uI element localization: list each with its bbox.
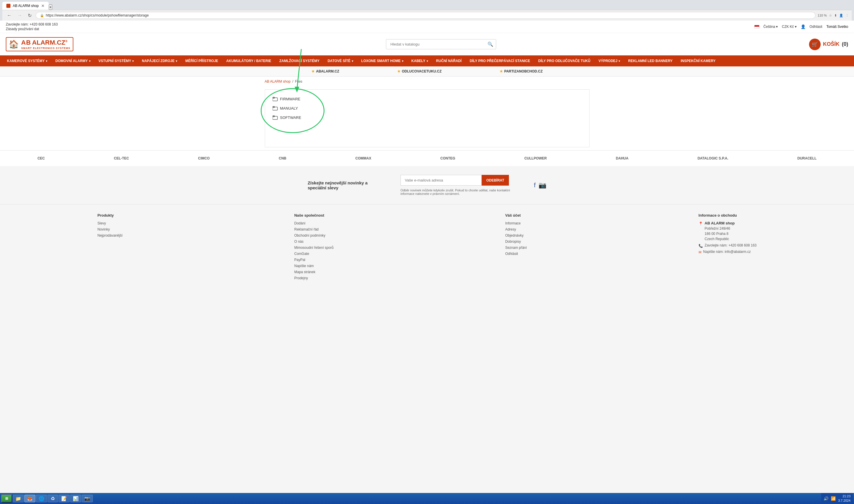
footer-col-váš-účet: Váš účetInformaceAdresyObjednávkyDobropi… bbox=[505, 213, 527, 282]
search-button[interactable]: 🔍 bbox=[485, 39, 496, 49]
nav-item-výprodej[interactable]: VÝPRODEJ▾ bbox=[595, 55, 624, 67]
menu-icon[interactable]: ⋮ bbox=[846, 14, 849, 17]
language-selector[interactable]: Čeština ▾ bbox=[764, 25, 778, 29]
logo-box: 🏠 AB ALARM.CZ® SMART ELECTRONICS SYSTEMS bbox=[6, 37, 73, 51]
footer-link-odhlásit[interactable]: Odhlásit bbox=[505, 252, 518, 256]
footer-link-nejprodávanější[interactable]: Nejprodávanější bbox=[97, 233, 123, 237]
breadcrumb: AB ALARM shop / Files bbox=[265, 79, 589, 84]
brand-cimco[interactable]: CIMCO bbox=[198, 156, 210, 160]
svg-marker-1 bbox=[295, 87, 299, 92]
nav-item-zamlžovací-systémy[interactable]: ZAMLŽOVACÍ SYSTÉMY bbox=[275, 55, 323, 67]
nav-item-díly-pro-odlučovače-tuků[interactable]: DÍLY PRO ODLUČOVAČE TUKŮ bbox=[534, 55, 595, 67]
footer-link-objednávky[interactable]: Objednávky bbox=[505, 233, 523, 237]
zoom-level: 110 % bbox=[818, 14, 827, 17]
footer-link-novinky[interactable]: Novinky bbox=[97, 227, 110, 231]
forward-button[interactable]: → bbox=[16, 12, 24, 19]
brand-cnb[interactable]: CNB bbox=[279, 156, 286, 160]
bookmark-icon[interactable]: ☆ bbox=[829, 14, 832, 17]
footer-info-title: Informace o obchodu bbox=[698, 213, 757, 217]
cart-area[interactable]: 🛒 KOŠÍK (0) bbox=[809, 39, 848, 50]
footer-link-reklamační-řád[interactable]: Reklamační řád bbox=[294, 227, 319, 231]
policy-label: Zásady používání dat bbox=[6, 27, 58, 31]
nav-item-domovní-alarmy[interactable]: DOMOVNÍ ALARMY▾ bbox=[51, 55, 94, 67]
browser-tab[interactable]: AB ALARM shop ✕ bbox=[2, 2, 49, 10]
brand-commax[interactable]: COMMAX bbox=[356, 156, 371, 160]
footer-links: ProduktySlevyNovinkyNejprodávanějšíNaše … bbox=[0, 204, 854, 291]
star-icon: ★ bbox=[397, 69, 400, 73]
file-item-manualy[interactable]: MANUALY bbox=[271, 105, 583, 112]
footer-link-o-nás[interactable]: O nás bbox=[294, 239, 304, 244]
footer-link-comgate[interactable]: ComGate bbox=[294, 252, 309, 256]
nav-item-kamerové-systémy[interactable]: KAMEROVÉ SYSTÉMY▾ bbox=[3, 55, 51, 67]
nav-item-měřící-přístroje[interactable]: MĚŘÍCÍ PŘÍSTROJE bbox=[181, 55, 222, 67]
instagram-icon[interactable]: 📷 bbox=[539, 182, 546, 189]
house-icon: 🏠 bbox=[9, 39, 19, 49]
footer-link-seznam-přání[interactable]: Seznam přání bbox=[505, 246, 527, 250]
partner-link-abalarm.cz[interactable]: ★ABALARM.CZ bbox=[311, 69, 339, 73]
brand-cullpower[interactable]: CULLPOWER bbox=[524, 156, 547, 160]
brand-cec[interactable]: CEC bbox=[37, 156, 45, 160]
partner-link-partizanobchod.cz[interactable]: ★PARTIZANOBCHOD.CZ bbox=[499, 69, 543, 73]
nav-item-reklamní-led-bannery[interactable]: REKLAMNÍ LED BANNERY bbox=[624, 55, 676, 67]
nav-item-vstupní-systémy[interactable]: VSTUPNÍ SYSTÉMY▾ bbox=[94, 55, 138, 67]
new-tab-button[interactable]: + bbox=[49, 4, 52, 10]
download-icon[interactable]: ⬇ bbox=[834, 14, 837, 17]
reload-button[interactable]: ↻ bbox=[26, 12, 33, 19]
brand-datalogic-s.p.a.[interactable]: DATALOGIC S.P.A. bbox=[697, 156, 728, 160]
star-icon: ★ bbox=[311, 69, 315, 73]
cart-icon: 🛒 bbox=[809, 39, 821, 50]
brand-dahua[interactable]: DAHUA bbox=[616, 156, 629, 160]
footer-link-adresy[interactable]: Adresy bbox=[505, 227, 516, 231]
footer-link-dobropisy[interactable]: Dobropisy bbox=[505, 239, 521, 244]
back-button[interactable]: ← bbox=[5, 12, 13, 19]
footer-phone: 📞 Zavolejte nám: +420 608 608 163 bbox=[698, 243, 757, 249]
footer-link-mapa-stránek[interactable]: Mapa stránek bbox=[294, 270, 315, 274]
file-item-firmware[interactable]: FIRMWARE bbox=[271, 95, 583, 102]
nav-item-loxone-smart-home[interactable]: LOXONE SMART HOME▾ bbox=[357, 55, 407, 67]
nav-item-ruční-nářadí[interactable]: RUČNÍ NÁŘADÍ bbox=[432, 55, 466, 67]
logo-alarm: ALARM.CZ® bbox=[32, 39, 67, 46]
footer-col-title: Produkty bbox=[97, 213, 123, 217]
breadcrumb-home[interactable]: AB ALARM shop bbox=[265, 79, 291, 84]
file-name: FIRMWARE bbox=[280, 97, 301, 101]
footer-link-informace[interactable]: Informace bbox=[505, 221, 521, 225]
footer-link-prodejny[interactable]: Prodejny bbox=[294, 276, 308, 280]
brand-duracell[interactable]: DURACELL bbox=[797, 156, 817, 160]
footer-link-obchodní-podmínky[interactable]: Obchodní podmínky bbox=[294, 233, 325, 237]
chevron-down-icon: ▾ bbox=[352, 59, 353, 62]
file-name: SOFTWARE bbox=[280, 115, 301, 120]
nav-item-inspekční-kamery[interactable]: INSPEKČNÍ KAMERY bbox=[676, 55, 720, 67]
footer-link-dodání[interactable]: Dodání bbox=[294, 221, 306, 225]
tab-close-button[interactable]: ✕ bbox=[41, 3, 45, 8]
nav-item-napájecí-zdroje[interactable]: NAPÁJECÍ ZDROJE▾ bbox=[138, 55, 181, 67]
brand-cel-tec[interactable]: CEL-TEC bbox=[114, 156, 129, 160]
chevron-down-icon: ▾ bbox=[776, 25, 778, 29]
logo-area[interactable]: 🏠 AB ALARM.CZ® SMART ELECTRONICS SYSTEMS bbox=[6, 37, 73, 51]
search-input[interactable] bbox=[386, 39, 496, 49]
nav-item-díly-pro-přečerpávací-stanice[interactable]: DÍLY PRO PŘEČERPÁVACÍ STANICE bbox=[466, 55, 534, 67]
footer-link-slevy[interactable]: Slevy bbox=[97, 221, 106, 225]
nav-item-akumulátory-/-baterie[interactable]: AKUMULÁTORY / BATERIE bbox=[222, 55, 275, 67]
footer-address: 📍 AB ALARM shop Pobřežní 249/46 186 00 P… bbox=[698, 221, 757, 242]
address-bar[interactable]: 🔒 https://www.abalarm.cz/shop/cs/module/… bbox=[36, 12, 815, 19]
footer-link-mimosoudní-řešení-sporů[interactable]: Mimosoudní řešení sporů bbox=[294, 246, 333, 250]
folder-icon bbox=[273, 115, 278, 120]
newsletter-subscribe-button[interactable]: ODEBÍRAT bbox=[481, 175, 509, 185]
footer-col-info: Informace o obchodu 📍 AB ALARM shop Pobř… bbox=[698, 213, 757, 282]
brand-conteg[interactable]: CONTEG bbox=[440, 156, 455, 160]
footer-link-paypal[interactable]: PayPal bbox=[294, 258, 305, 262]
cart-label: KOŠÍK bbox=[823, 41, 839, 47]
utility-bar: Zavolejte nám: +420 608 608 163 Zásady p… bbox=[0, 21, 854, 33]
footer-link-napište-nám[interactable]: Napište nám bbox=[294, 264, 314, 268]
logout-link[interactable]: Odhlásit bbox=[810, 25, 822, 29]
nav-item-datové-sítě[interactable]: DATOVÉ SÍTĚ▾ bbox=[324, 55, 357, 67]
facebook-icon[interactable]: f bbox=[534, 182, 535, 189]
footer-address1: Pobřežní 249/46 bbox=[705, 227, 735, 231]
file-item-software[interactable]: SOFTWARE bbox=[271, 114, 583, 121]
profile-icon[interactable]: 👤 bbox=[839, 14, 843, 17]
currency-selector[interactable]: CZK Kč ▾ bbox=[782, 25, 796, 29]
partner-link-odlucovacetuku.cz[interactable]: ★ODLUCOVACETUKU.CZ bbox=[397, 69, 442, 73]
nav-item-kabely[interactable]: KABELY▾ bbox=[407, 55, 432, 67]
logo-text: AB ALARM.CZ® SMART ELECTRONICS SYSTEMS bbox=[21, 39, 71, 50]
newsletter-email-input[interactable] bbox=[400, 175, 481, 185]
